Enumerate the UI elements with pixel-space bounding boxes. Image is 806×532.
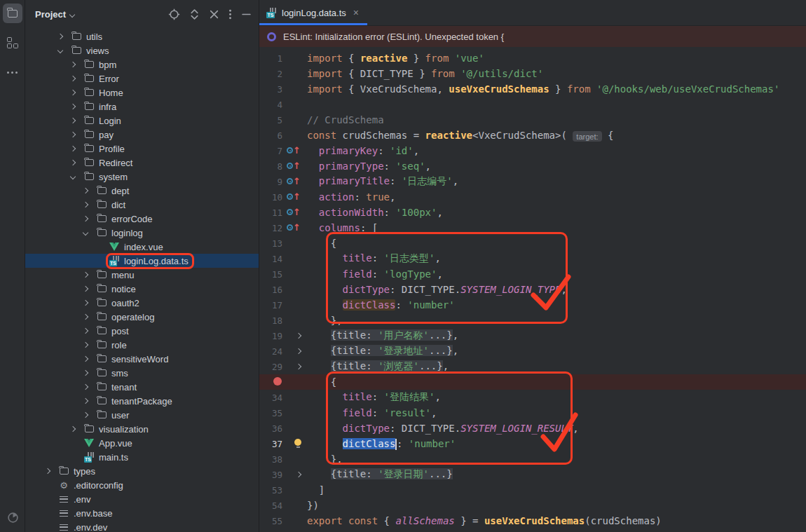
line-number[interactable]: 13 xyxy=(259,238,282,249)
line-number[interactable]: 2 xyxy=(259,69,282,79)
code-line-9[interactable]: 9↑ primaryTitle: '日志编号', xyxy=(259,174,806,189)
tree-row-visualization[interactable]: visualization xyxy=(25,422,259,436)
line-number[interactable]: 38 xyxy=(259,454,282,465)
tree-row-index-vue[interactable]: index.vue xyxy=(25,240,259,254)
tree-row-loginLog-data-ts[interactable]: TSloginLog.data.ts xyxy=(25,254,259,268)
code-line-4[interactable]: 4 xyxy=(259,97,806,112)
tree-row-loginlog[interactable]: loginlog xyxy=(25,226,259,240)
tree-row-dict[interactable]: dict xyxy=(25,198,259,212)
code-line-5[interactable]: 5// CrudSchema xyxy=(259,112,806,128)
line-number[interactable]: 6 xyxy=(259,130,282,141)
tree-chevron-icon[interactable] xyxy=(83,272,88,278)
tree-chevron-icon[interactable] xyxy=(70,132,76,137)
panel-title[interactable]: Project xyxy=(35,9,66,20)
fold-expand-icon[interactable] xyxy=(282,359,307,374)
tree-row-menu[interactable]: menu xyxy=(25,268,259,282)
tree-chevron-icon[interactable] xyxy=(83,412,88,418)
line-number[interactable]: 29 xyxy=(259,362,282,372)
line-number[interactable]: 7 xyxy=(259,146,282,156)
tree-row-sensitiveWord[interactable]: sensitiveWord xyxy=(25,352,259,366)
project-tool-button[interactable] xyxy=(3,4,22,23)
tree-chevron-icon[interactable] xyxy=(70,146,76,151)
line-number[interactable]: 11 xyxy=(259,207,282,218)
line-number[interactable]: 37 xyxy=(259,439,282,449)
tree-row-main-ts[interactable]: TSmain.ts xyxy=(25,450,259,464)
tree-row-utils[interactable]: utils xyxy=(25,29,259,43)
more-tool-windows-button[interactable] xyxy=(3,62,22,82)
fold-expand-icon[interactable] xyxy=(282,467,307,482)
code-line-35[interactable]: 35 field: 'result', xyxy=(259,405,806,421)
line-number[interactable]: 53 xyxy=(259,485,282,496)
override-marker-icon[interactable]: ↑ xyxy=(282,174,307,189)
structure-tool-button[interactable] xyxy=(3,33,22,53)
override-marker-icon[interactable]: ↑ xyxy=(282,143,307,158)
line-number[interactable]: 1 xyxy=(259,53,282,64)
tree-chevron-icon[interactable] xyxy=(83,216,88,221)
locate-file-icon[interactable] xyxy=(168,8,180,20)
tab-loginLog-data-ts[interactable]: TS loginLog.data.ts × xyxy=(259,0,367,25)
tree-chevron-icon[interactable] xyxy=(83,398,88,404)
tree-row-Error[interactable]: Error xyxy=(25,71,259,86)
tree-row-pay[interactable]: pay xyxy=(25,128,259,142)
code-line-37[interactable]: 37 dictClass: 'number' xyxy=(259,436,806,451)
tree-row-system[interactable]: system xyxy=(25,170,259,184)
tree-chevron-icon[interactable] xyxy=(70,426,76,432)
code-line-18[interactable]: 18 }, xyxy=(259,313,806,328)
tree-chevron-icon[interactable] xyxy=(70,76,76,81)
line-number[interactable]: 54 xyxy=(259,500,282,511)
line-number[interactable]: 55 xyxy=(259,516,282,526)
fold-expand-icon[interactable] xyxy=(282,328,307,343)
code-line-17[interactable]: 17 dictClass: 'number' xyxy=(259,297,806,313)
code-line-15[interactable]: 15 field: 'logType', xyxy=(259,266,806,282)
fold-expand-icon[interactable] xyxy=(282,343,307,359)
hide-panel-icon[interactable] xyxy=(241,9,252,20)
tree-row-bpm[interactable]: bpm xyxy=(25,57,259,71)
code-line-24[interactable]: 24 {title: '登录地址'...}, xyxy=(259,343,806,359)
tree-chevron-icon[interactable] xyxy=(70,160,76,165)
tree-chevron-icon[interactable] xyxy=(83,188,88,193)
tree-chevron-icon[interactable] xyxy=(70,62,76,67)
code-line-36[interactable]: 36 dictType: DICT_TYPE.SYSTEM_LOGIN_RESU… xyxy=(259,421,806,436)
bottom-tools[interactable] xyxy=(0,512,25,524)
line-number[interactable]: 19 xyxy=(259,331,282,341)
tree-row--env[interactable]: .env xyxy=(25,492,259,506)
tree-row-errorCode[interactable]: errorCode xyxy=(25,212,259,226)
line-number[interactable]: 15 xyxy=(259,269,282,280)
tree-chevron-icon[interactable] xyxy=(83,328,88,334)
code-line-54[interactable]: 54}) xyxy=(259,498,806,513)
code-line-38[interactable]: 38 }, xyxy=(259,451,806,467)
code-line-breakpoint[interactable]: { xyxy=(259,374,806,390)
code-line-10[interactable]: 10↑ action: true, xyxy=(259,189,806,205)
tree-row-Redirect[interactable]: Redirect xyxy=(25,156,259,170)
tree-row-dept[interactable]: dept xyxy=(25,184,259,198)
override-marker-icon[interactable]: ↑ xyxy=(282,158,307,174)
code-line-55[interactable]: 55export const { allSchemas } = useVxeCr… xyxy=(259,513,806,528)
line-number[interactable]: 18 xyxy=(259,315,282,326)
tree-row--editorconfig[interactable]: ⚙.editorconfig xyxy=(25,478,259,492)
line-number[interactable]: 39 xyxy=(259,470,282,480)
tree-chevron-icon[interactable] xyxy=(57,34,63,39)
intention-bulb-icon[interactable] xyxy=(282,436,307,451)
tree-row-role[interactable]: role xyxy=(25,338,259,352)
tree-row-Login[interactable]: Login xyxy=(25,114,259,128)
line-number[interactable]: 10 xyxy=(259,192,282,203)
code-line-1[interactable]: 1import { reactive } from 'vue' xyxy=(259,50,806,66)
code-editor[interactable]: 1import { reactive } from 'vue'2import {… xyxy=(259,47,806,532)
code-line-11[interactable]: 11↑ actionWidth: '100px', xyxy=(259,205,806,220)
tree-chevron-icon[interactable] xyxy=(83,314,88,320)
code-line-6[interactable]: 6const crudSchemas = reactive<VxeCrudSch… xyxy=(259,128,806,143)
line-number[interactable]: 16 xyxy=(259,285,282,295)
tree-chevron-icon[interactable] xyxy=(70,104,76,109)
tree-chevron-icon[interactable] xyxy=(83,384,88,390)
code-line-34[interactable]: 34 title: '登陆结果', xyxy=(259,390,806,405)
tree-chevron-icon[interactable] xyxy=(70,90,76,95)
line-number[interactable]: 3 xyxy=(259,84,282,95)
line-number[interactable]: 4 xyxy=(259,100,282,110)
tree-row-sms[interactable]: sms xyxy=(25,366,259,380)
code-line-19[interactable]: 19 {title: '用户名称'...}, xyxy=(259,328,806,343)
code-line-7[interactable]: 7↑ primaryKey: 'id', xyxy=(259,143,806,158)
tree-chevron-icon[interactable] xyxy=(83,230,88,236)
tree-chevron-icon[interactable] xyxy=(70,118,76,123)
code-line-12[interactable]: 12↑ columns: [ xyxy=(259,220,806,236)
tree-row-infra[interactable]: infra xyxy=(25,100,259,114)
